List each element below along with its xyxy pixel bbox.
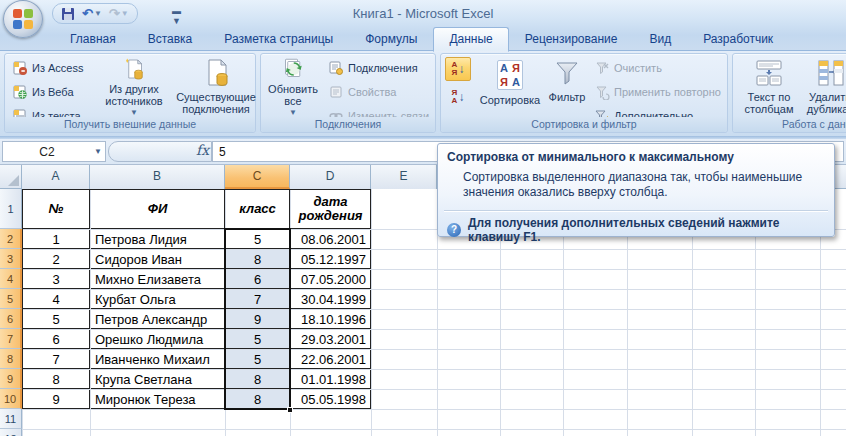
table-cell[interactable]: Сидоров Иван	[91, 250, 225, 269]
from-web-button[interactable]: Из Веба	[9, 82, 77, 102]
select-all-corner[interactable]	[0, 165, 22, 189]
tab-vid[interactable]: Вид	[633, 27, 687, 51]
table-cell[interactable]: 5	[226, 350, 290, 369]
column-header-C[interactable]: C	[225, 165, 290, 189]
name-box-caret-icon[interactable]: ▼	[91, 147, 105, 156]
table-cell[interactable]: 9	[23, 390, 90, 409]
reapply-filter-label: Применить повторно	[614, 86, 721, 98]
from-other-sources-label: Из других источников	[97, 83, 171, 107]
tab-formuly[interactable]: Формулы	[349, 27, 433, 51]
table-cell[interactable]: 2	[23, 250, 90, 269]
help-icon: ?	[447, 223, 461, 237]
row-header-12[interactable]: 12	[0, 429, 22, 436]
table-cell[interactable]: 5	[23, 310, 90, 329]
sort-ascending-button[interactable]: АЯ↓	[445, 57, 471, 81]
filter-button[interactable]: Фильтр	[545, 57, 589, 119]
office-button[interactable]	[3, 0, 43, 38]
remove-duplicates-icon	[814, 57, 846, 89]
column-header-E[interactable]: E	[371, 165, 437, 189]
tab-recenzirovanie[interactable]: Рецензирование	[509, 27, 634, 51]
table-cell[interactable]: 1	[23, 230, 90, 249]
sort-button[interactable]: АЯЯА Сортировка	[477, 57, 543, 119]
clear-filter-icon	[594, 60, 610, 76]
table-cell[interactable]: Орешко Людмила	[91, 330, 225, 349]
table-cell[interactable]: 01.01.1998	[291, 370, 371, 389]
table-cell[interactable]: 4	[23, 290, 90, 309]
column-header-B[interactable]: B	[90, 165, 225, 189]
table-cell[interactable]: 05.05.1998	[291, 390, 371, 409]
insert-function-icon[interactable]: fx	[196, 142, 209, 158]
table-header-cell[interactable]: дата рождения	[291, 190, 371, 229]
table-cell[interactable]: 8	[226, 370, 290, 389]
table-cell[interactable]: 6	[226, 270, 290, 289]
table-cell[interactable]: 30.04.1999	[291, 290, 371, 309]
row-header-4[interactable]: 4	[0, 269, 22, 289]
table-cell[interactable]: 29.03.2001	[291, 330, 371, 349]
remove-duplicates-button[interactable]: Удалить дубликат	[801, 57, 846, 119]
sort-ascending-tooltip: Сортировка от минимального к максимально…	[437, 143, 835, 237]
formula-value: 5	[219, 145, 226, 159]
table-header-cell[interactable]: класс	[226, 190, 290, 229]
table-cell[interactable]: 6	[23, 330, 90, 349]
tab-razrabotchik[interactable]: Разработчик	[687, 27, 789, 51]
table-cell[interactable]: 5	[226, 330, 290, 349]
table-header-cell[interactable]: ФИ	[91, 190, 225, 229]
table-cell[interactable]: 8	[226, 250, 290, 269]
undo-icon[interactable]: ↶▼	[82, 7, 102, 20]
name-box[interactable]: C2 ▼	[2, 141, 106, 162]
customize-qat-icon[interactable]: ▬▼	[172, 6, 180, 26]
table-header-cell[interactable]: №	[23, 190, 90, 229]
table-cell[interactable]: 18.10.1996	[291, 310, 371, 329]
table-cell[interactable]: 22.06.2001	[291, 350, 371, 369]
existing-connections-button[interactable]: Существующие подключения	[177, 57, 255, 119]
filter-icon	[551, 57, 583, 89]
row-header-9[interactable]: 9	[0, 369, 22, 389]
table-cell[interactable]: Курбат Ольга	[91, 290, 225, 309]
row-header-3[interactable]: 3	[0, 249, 22, 269]
table-cell[interactable]: Петров Александр	[91, 310, 225, 329]
column-header-A[interactable]: A	[22, 165, 90, 189]
table-cell[interactable]: Михно Елизавета	[91, 270, 225, 289]
text-to-columns-button[interactable]: Текст по столбцам	[739, 57, 799, 119]
table-cell[interactable]: 5	[226, 230, 290, 249]
row-header-5[interactable]: 5	[0, 289, 22, 309]
tooltip-title: Сортировка от минимального к максимально…	[447, 150, 734, 164]
tab-vstavka[interactable]: Вставка	[132, 27, 209, 51]
row-header-2[interactable]: 2	[0, 229, 22, 249]
row-header-1[interactable]: 1	[0, 189, 22, 229]
redo-icon: ↷▼	[109, 7, 129, 20]
gridline	[371, 189, 372, 436]
from-other-sources-button[interactable]: Из других источников ▼	[97, 57, 171, 119]
table-cell[interactable]: 3	[23, 270, 90, 289]
refresh-all-button[interactable]: Обновить все ▼	[265, 57, 321, 119]
tab-dannye[interactable]: Данные	[433, 27, 508, 52]
save-icon[interactable]	[61, 7, 75, 21]
table-cell[interactable]: Крупа Светлана	[91, 370, 225, 389]
excel-window: Книга1 - Microsoft Excel ↶▼ ↷▼ ▬▼ Главна…	[0, 0, 846, 436]
table-cell[interactable]: 8	[226, 390, 290, 409]
from-access-button[interactable]: Из Access	[9, 58, 86, 78]
connections-button[interactable]: Подключения	[325, 58, 421, 78]
table-cell[interactable]: Иванченко Михаил	[91, 350, 225, 369]
tab-glavnaya[interactable]: Главная	[54, 27, 132, 51]
table-cell[interactable]: Миронюк Тереза	[91, 390, 225, 409]
column-header-D[interactable]: D	[290, 165, 371, 189]
table-cell[interactable]: 8	[23, 370, 90, 389]
table-cell[interactable]: Петрова Лидия	[91, 230, 225, 249]
row-header-10[interactable]: 10	[0, 389, 22, 409]
sort-label: Сортировка	[480, 94, 540, 106]
row-header-8[interactable]: 8	[0, 349, 22, 369]
table-cell[interactable]: 08.06.2001	[291, 230, 371, 249]
row-header-7[interactable]: 7	[0, 329, 22, 349]
table-cell[interactable]: 9	[226, 310, 290, 329]
tab-razmetka[interactable]: Разметка страницы	[208, 27, 349, 51]
table-cell[interactable]: 05.12.1997	[291, 250, 371, 269]
row-header-6[interactable]: 6	[0, 309, 22, 329]
selection-fill-handle[interactable]	[287, 407, 293, 413]
row-header-11[interactable]: 11	[0, 409, 22, 429]
properties-label: Свойства	[348, 86, 396, 98]
sort-descending-button[interactable]: ЯА↓	[445, 85, 471, 109]
table-cell[interactable]: 07.05.2000	[291, 270, 371, 289]
table-cell[interactable]: 7	[23, 350, 90, 369]
table-cell[interactable]: 7	[226, 290, 290, 309]
